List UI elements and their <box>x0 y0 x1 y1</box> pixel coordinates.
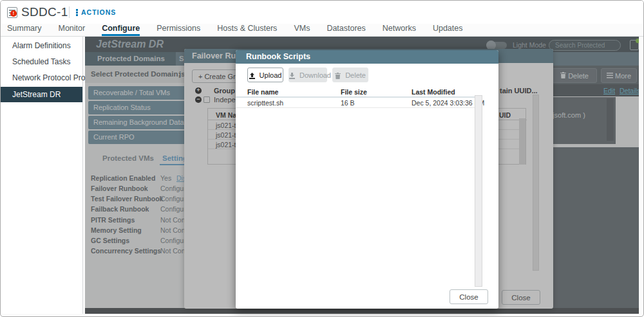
file-name-header: File name <box>247 88 278 96</box>
object-header: ! SDDC-1 ACTIONS <box>1 1 644 24</box>
runbook-close-button[interactable]: Close <box>450 289 488 304</box>
alert-badge: ! <box>10 10 17 17</box>
last-modified-cell: Dec 5, 2024 3:03:36 PM <box>412 99 484 107</box>
runbook-scripts-modal: Runbook Scripts Upload Download Delete F… <box>236 50 498 309</box>
object-tab-bar: Summary Monitor Configure Permissions Ho… <box>1 24 644 37</box>
page-title: SDDC-1 <box>21 5 68 19</box>
file-size-header: File size <box>341 88 367 96</box>
tab-permissions[interactable]: Permissions <box>156 24 200 36</box>
tab-hosts-clusters[interactable]: Hosts & Clusters <box>217 24 277 36</box>
table-row-divider <box>236 107 475 108</box>
runbook-modal-title: Runbook Scripts <box>236 50 498 64</box>
last-modified-header: Last Modified <box>412 88 455 96</box>
tab-datastores[interactable]: Datastores <box>327 24 365 36</box>
application-window: ! SDDC-1 ACTIONS Summary Monitor Configu… <box>0 0 644 317</box>
tab-updates[interactable]: Updates <box>433 24 463 36</box>
vertical-dots-icon <box>76 9 78 16</box>
file-size-cell: 16 B <box>341 99 355 107</box>
table-header-divider <box>236 96 475 98</box>
sddc-host-icon: ! <box>7 7 17 18</box>
download-button[interactable]: Download <box>289 68 327 82</box>
trash-icon <box>335 73 341 79</box>
sidebar-item-jetstream-dr[interactable]: JetStream DR <box>1 87 82 102</box>
sidebar-item-alarm-definitions[interactable]: Alarm Definitions <box>1 39 82 53</box>
tab-networks[interactable]: Networks <box>383 24 416 36</box>
tab-summary[interactable]: Summary <box>7 24 41 36</box>
upload-button[interactable]: Upload <box>247 68 283 82</box>
tab-configure[interactable]: Configure <box>102 24 140 36</box>
upload-icon <box>249 73 255 79</box>
tab-vms[interactable]: VMs <box>294 24 310 36</box>
header-divider <box>69 6 70 18</box>
configure-sidebar: Alarm Definitions Scheduled Tasks Networ… <box>1 37 83 314</box>
file-name-cell[interactable]: scripttest.sh <box>247 99 283 107</box>
actions-menu-button[interactable]: ACTIONS <box>76 8 116 16</box>
sidebar-item-network-protocol-profiles[interactable]: Network Protocol Profiles <box>1 71 82 85</box>
tab-monitor[interactable]: Monitor <box>58 24 85 36</box>
runbook-table-scrollbar[interactable] <box>475 95 482 287</box>
delete-button[interactable]: Delete <box>332 68 368 82</box>
download-icon <box>289 73 295 79</box>
sidebar-item-scheduled-tasks[interactable]: Scheduled Tasks <box>1 55 82 69</box>
